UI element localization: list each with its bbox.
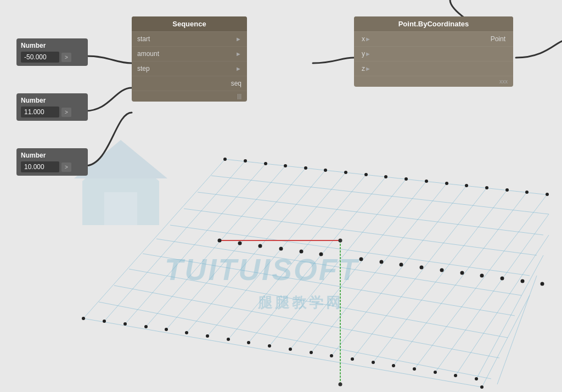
svg-line-25 <box>373 190 507 362</box>
svg-point-61 <box>400 263 403 267</box>
svg-text:TUITUISOFT: TUITUISOFT <box>165 253 359 287</box>
svg-line-24 <box>352 188 487 359</box>
svg-point-89 <box>480 385 484 389</box>
svg-point-82 <box>351 357 354 361</box>
svg-point-63 <box>440 268 444 272</box>
svg-point-36 <box>244 159 247 163</box>
number-node-2-value[interactable]: 11.000 <box>21 107 59 117</box>
point-x-arrow: ► <box>365 36 371 42</box>
number-node-3-value[interactable]: 10.000 <box>21 161 59 172</box>
svg-point-60 <box>380 260 384 264</box>
point-node: Point.ByCoordinates x ► Point y ► z ► <box>354 16 513 87</box>
svg-point-86 <box>434 371 437 374</box>
svg-point-76 <box>227 338 230 341</box>
svg-point-79 <box>289 348 292 351</box>
number-node-1-arrow[interactable]: > <box>61 53 71 62</box>
svg-point-88 <box>475 377 478 380</box>
svg-point-37 <box>264 162 267 165</box>
svg-point-80 <box>310 351 313 354</box>
svg-point-54 <box>258 244 262 248</box>
svg-line-26 <box>394 192 527 366</box>
svg-point-66 <box>501 277 504 281</box>
svg-point-59 <box>359 257 363 261</box>
svg-point-81 <box>330 354 333 357</box>
point-z-arrow: ► <box>365 65 371 72</box>
sequence-start-row: start ► <box>132 31 247 46</box>
point-y-arrow: ► <box>365 51 371 57</box>
point-node-title: Point.ByCoordinates <box>354 16 513 31</box>
number-node-1: Number -50.000 > <box>16 38 88 66</box>
point-y-row: y ► <box>354 46 513 61</box>
number-node-3-title: Number <box>21 152 46 159</box>
svg-point-53 <box>238 242 242 245</box>
svg-point-44 <box>404 177 408 181</box>
point-footer: xxx <box>354 76 513 87</box>
number-node-2: Number 11.000 > <box>16 93 88 121</box>
sequence-amount-arrow: ► <box>235 51 241 57</box>
svg-point-87 <box>454 374 457 377</box>
svg-point-45 <box>425 180 428 183</box>
svg-point-42 <box>364 173 368 176</box>
svg-point-71 <box>123 322 127 326</box>
svg-marker-95 <box>74 140 167 178</box>
svg-point-72 <box>144 325 148 328</box>
point-x-row: x ► Point <box>354 31 513 46</box>
svg-point-67 <box>521 279 525 283</box>
svg-point-41 <box>344 171 347 174</box>
svg-point-43 <box>384 175 387 178</box>
svg-point-65 <box>480 274 484 278</box>
sequence-output-label: seq <box>231 80 241 87</box>
sequence-node: Sequence start ► amount ► step ► seq ||| <box>132 16 247 102</box>
svg-point-73 <box>165 328 168 331</box>
svg-line-1 <box>211 176 549 214</box>
sequence-start-arrow: ► <box>235 36 241 42</box>
svg-point-47 <box>465 184 468 187</box>
svg-point-52 <box>218 239 222 243</box>
svg-point-64 <box>460 271 464 275</box>
svg-point-75 <box>206 334 209 338</box>
svg-point-50 <box>525 191 529 194</box>
svg-line-31 <box>497 276 537 384</box>
sequence-start-label: start <box>137 35 150 43</box>
svg-point-69 <box>82 317 85 320</box>
svg-line-30 <box>476 255 543 379</box>
svg-point-74 <box>185 331 188 334</box>
svg-point-55 <box>279 247 283 251</box>
svg-line-27 <box>414 194 547 369</box>
number-node-1-value[interactable]: -50.000 <box>21 52 59 63</box>
svg-rect-94 <box>104 192 137 225</box>
svg-line-2 <box>198 192 543 235</box>
svg-point-38 <box>284 164 287 167</box>
point-output-label: Point <box>491 35 505 43</box>
svg-point-62 <box>420 266 424 270</box>
svg-point-70 <box>103 320 106 323</box>
svg-point-84 <box>392 364 395 367</box>
number-node-2-arrow[interactable]: > <box>61 108 71 117</box>
sequence-node-title: Sequence <box>132 16 247 31</box>
svg-point-51 <box>546 193 549 196</box>
sequence-amount-label: amount <box>137 50 159 58</box>
svg-point-85 <box>413 367 416 371</box>
svg-point-77 <box>247 341 250 344</box>
canvas: .grid-line { stroke: #7ab8d4; stroke-wid… <box>0 0 562 392</box>
svg-line-32 <box>482 295 530 387</box>
sequence-output-row: seq <box>132 76 247 91</box>
svg-text:腿腿教学网: 腿腿教学网 <box>257 294 343 311</box>
svg-point-48 <box>485 186 488 189</box>
point-z-row: z ► <box>354 61 513 76</box>
svg-point-83 <box>372 361 375 364</box>
svg-point-40 <box>324 169 327 172</box>
sequence-footer: ||| <box>132 91 247 102</box>
svg-point-35 <box>223 158 227 161</box>
svg-point-46 <box>445 182 448 185</box>
sequence-step-row: step ► <box>132 61 247 76</box>
number-node-1-title: Number <box>21 42 46 49</box>
number-node-3-arrow[interactable]: > <box>61 163 71 172</box>
svg-point-68 <box>541 282 544 286</box>
svg-point-58 <box>339 239 342 243</box>
svg-point-78 <box>268 344 271 348</box>
svg-point-39 <box>304 166 307 170</box>
svg-line-29 <box>456 235 549 376</box>
number-node-3: Number 10.000 > <box>16 148 88 176</box>
number-node-2-title: Number <box>21 97 46 104</box>
